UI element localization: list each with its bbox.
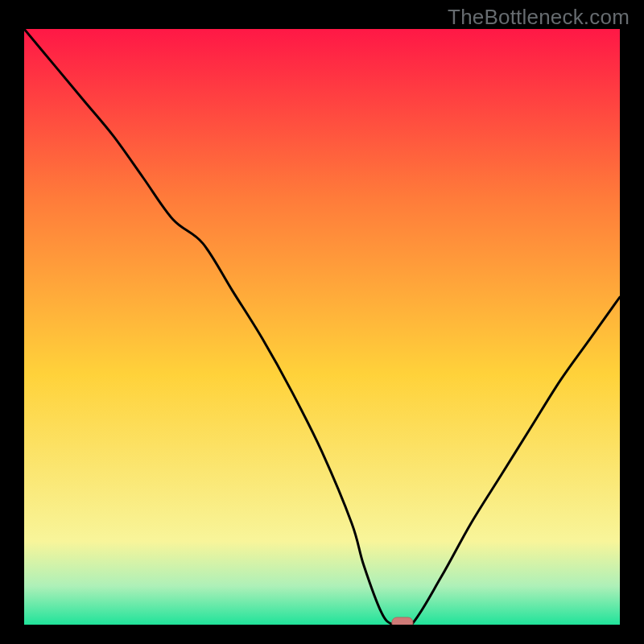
bottleneck-chart: [24, 29, 620, 625]
watermark-text: TheBottleneck.com: [448, 5, 630, 30]
gradient-background: [24, 29, 620, 625]
optimal-marker: [392, 617, 413, 625]
chart-frame: TheBottleneck.com: [0, 0, 644, 644]
